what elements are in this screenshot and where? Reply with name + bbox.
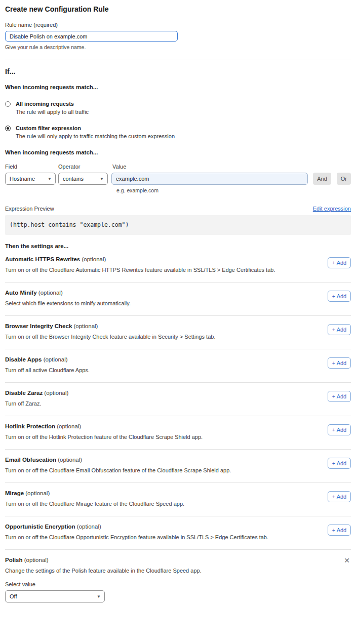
field-select-value: Hostname xyxy=(10,176,35,182)
radio-option[interactable]: All incoming requests The rule will appl… xyxy=(5,101,351,115)
operator-select[interactable]: contains ▼ xyxy=(58,173,108,185)
setting-title: Hotlink Protection (optional) xyxy=(5,423,351,429)
setting-description: Turn off Zaraz. xyxy=(5,400,289,407)
setting-item: Browser Integrity Check (optional) Turn … xyxy=(5,316,351,340)
rule-name-label: Rule name (required) xyxy=(5,22,351,28)
value-label: Value xyxy=(112,164,126,170)
setting-name: Mirage xyxy=(5,490,24,496)
matcher-labels-row: Field Operator Value xyxy=(5,164,351,170)
rule-name-input[interactable] xyxy=(5,31,178,42)
settings-list: Automatic HTTPS Rewrites (optional) Turn… xyxy=(5,249,351,550)
expression-preview-row: Expression Preview Edit expression xyxy=(5,206,351,212)
setting-item: Automatic HTTPS Rewrites (optional) Turn… xyxy=(5,249,351,273)
polish-optional-tag: (optional) xyxy=(24,557,49,563)
radio-option[interactable]: Custom filter expression The rule will o… xyxy=(5,125,351,139)
chevron-down-icon: ▼ xyxy=(97,594,101,599)
setting-name: Browser Integrity Check xyxy=(5,323,72,329)
radio-option-description: The rule will apply to all traffic xyxy=(16,109,89,115)
add-button[interactable]: + Add xyxy=(328,357,351,369)
setting-title: Disable Apps (optional) xyxy=(5,356,351,363)
or-button[interactable]: Or xyxy=(337,173,351,185)
setting-description: Turn on or off the Cloudflare Mirage fea… xyxy=(5,501,289,507)
add-button[interactable]: + Add xyxy=(328,491,351,502)
setting-name: Disable Apps xyxy=(5,356,42,363)
setting-name: Hotlink Protection xyxy=(5,423,55,429)
setting-optional-tag: (optional) xyxy=(82,256,106,262)
field-label: Field xyxy=(5,164,58,170)
setting-optional-tag: (optional) xyxy=(58,457,82,463)
add-button[interactable]: + Add xyxy=(328,291,351,302)
setting-description: Turn on or off the Cloudflare Automatic … xyxy=(5,267,289,273)
expression-code-block: (http.host contains "example.com") xyxy=(5,215,351,235)
setting-title: Automatic HTTPS Rewrites (optional) xyxy=(5,256,351,262)
add-button[interactable]: + Add xyxy=(328,458,351,469)
setting-item: Mirage (optional) Turn on or off the Clo… xyxy=(5,483,351,507)
polish-select-label: Select value xyxy=(5,581,351,587)
setting-title: Browser Integrity Check (optional) xyxy=(5,323,351,329)
setting-name: Email Obfuscation xyxy=(5,457,56,463)
setting-optional-tag: (optional) xyxy=(38,290,63,296)
incoming-requests-subheading: When incoming requests match... xyxy=(5,84,351,90)
setting-item: Disable Zaraz (optional) Turn off Zaraz.… xyxy=(5,383,351,407)
page-title: Create new Configuration Rule xyxy=(5,5,351,13)
setting-description: Turn on or off the Cloudflare Opportunis… xyxy=(5,534,289,540)
value-input[interactable] xyxy=(111,173,308,185)
field-select[interactable]: Hostname ▼ xyxy=(5,173,56,185)
setting-title: Email Obfuscation (optional) xyxy=(5,457,351,463)
setting-description: Turn on or off the Cloudflare Email Obfu… xyxy=(5,467,289,473)
add-button[interactable]: + Add xyxy=(328,257,351,268)
setting-item: Email Obfuscation (optional) Turn on or … xyxy=(5,450,351,473)
setting-title: Auto Minify (optional) xyxy=(5,290,351,296)
setting-name: Disable Zaraz xyxy=(5,390,43,396)
matcher-heading: When incoming requests match... xyxy=(5,149,351,155)
setting-title: Mirage (optional) xyxy=(5,490,351,496)
value-helper: e.g. example.com xyxy=(116,187,351,193)
setting-optional-tag: (optional) xyxy=(57,423,81,429)
setting-item: Auto Minify (optional) Select which file… xyxy=(5,283,351,306)
close-icon[interactable]: ✕ xyxy=(344,557,350,564)
setting-name: Opportunistic Encryption xyxy=(5,524,75,530)
radio-option-label: All incoming requests xyxy=(16,101,89,107)
section-divider xyxy=(5,60,351,60)
radio-icon[interactable] xyxy=(5,126,11,131)
setting-optional-tag: (optional) xyxy=(44,356,68,363)
radio-option-label: Custom filter expression xyxy=(16,125,175,131)
setting-name: Auto Minify xyxy=(5,290,37,296)
add-button[interactable]: + Add xyxy=(328,391,351,402)
rule-name-helper: Give your rule a descriptive name. xyxy=(5,44,351,50)
add-button[interactable]: + Add xyxy=(328,324,351,335)
operator-select-value: contains xyxy=(63,176,84,182)
setting-optional-tag: (optional) xyxy=(74,323,98,329)
polish-name: Polish xyxy=(5,557,23,563)
radio-option-description: The rule will only apply to traffic matc… xyxy=(16,133,175,139)
setting-title: Disable Zaraz (optional) xyxy=(5,390,351,396)
setting-description: Turn off all active Cloudflare Apps. xyxy=(5,367,289,373)
chevron-down-icon: ▼ xyxy=(48,177,52,181)
and-button[interactable]: And xyxy=(313,173,331,185)
setting-optional-tag: (optional) xyxy=(77,524,101,530)
setting-description: Turn on or off the Hotlink Protection fe… xyxy=(5,434,289,440)
operator-label: Operator xyxy=(58,164,112,170)
polish-select-value: Off xyxy=(10,593,17,599)
setting-item: Hotlink Protection (optional) Turn on or… xyxy=(5,416,351,440)
edit-expression-link[interactable]: Edit expression xyxy=(313,206,351,212)
setting-description: Turn on or off the Browser Integrity Che… xyxy=(5,334,289,340)
setting-description: Select which file extensions to minify a… xyxy=(5,300,289,306)
setting-item: Opportunistic Encryption (optional) Turn… xyxy=(5,516,351,540)
polish-title: Polish (optional) xyxy=(5,557,351,563)
polish-setting-item: Polish (optional) ✕ Change the settings … xyxy=(5,550,351,602)
setting-optional-tag: (optional) xyxy=(44,390,68,396)
matcher-controls-row: Hostname ▼ contains ▼ And Or xyxy=(5,173,351,185)
radio-icon[interactable] xyxy=(5,101,11,107)
setting-name: Automatic HTTPS Rewrites xyxy=(5,256,80,262)
add-button[interactable]: + Add xyxy=(328,424,351,435)
polish-value-select[interactable]: Off ▼ xyxy=(5,590,105,602)
setting-optional-tag: (optional) xyxy=(25,490,50,496)
if-heading: If... xyxy=(5,67,351,75)
setting-title: Opportunistic Encryption (optional) xyxy=(5,524,351,530)
add-button[interactable]: + Add xyxy=(328,525,351,536)
chevron-down-icon: ▼ xyxy=(100,177,104,181)
setting-item: Disable Apps (optional) Turn off all act… xyxy=(5,349,351,373)
incoming-requests-radio-group: All incoming requests The rule will appl… xyxy=(5,101,351,139)
expression-preview-label: Expression Preview xyxy=(5,206,54,212)
